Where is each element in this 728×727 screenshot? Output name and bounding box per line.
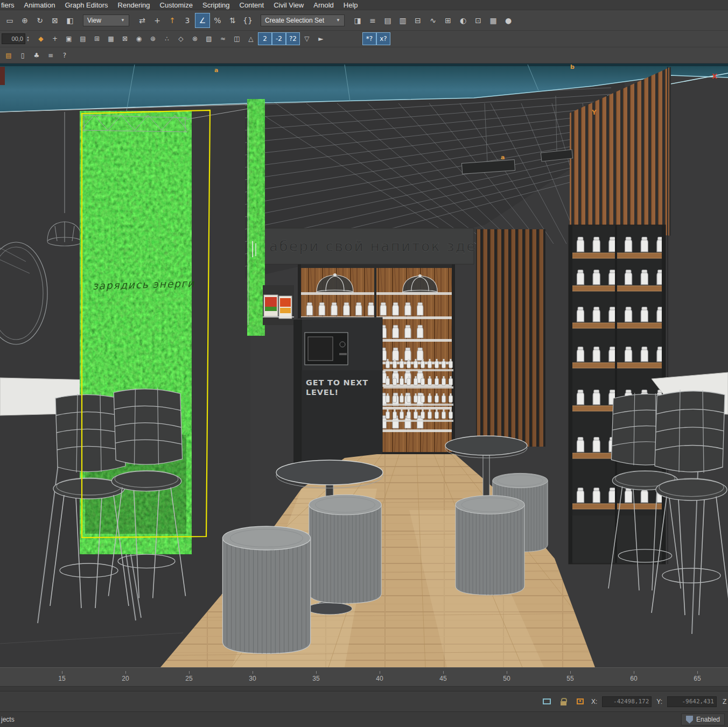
cylinder-stool[interactable]: [309, 495, 381, 603]
spinner-snap-toggle-icon[interactable]: ⇅: [225, 13, 240, 28]
isolate-selection-icon[interactable]: △: [244, 32, 258, 45]
modifier-stack-icon[interactable]: ◆: [34, 32, 48, 45]
smart-select-icon[interactable]: ?2: [286, 32, 300, 45]
menu-item[interactable]: Rendering: [113, 1, 155, 9]
curve-editor-icon[interactable]: ∿: [425, 13, 440, 28]
percent-snap-toggle-icon[interactable]: %: [210, 13, 225, 28]
axis-constraint-icon[interactable]: ▽: [300, 32, 314, 45]
coordsys-dropdown[interactable]: View ▼: [83, 15, 129, 26]
snaps-toggle-3d-icon[interactable]: 3: [180, 13, 195, 28]
xref-icon[interactable]: [575, 696, 586, 707]
timeline-tick[interactable]: 65: [666, 671, 728, 682]
help-icon[interactable]: ?: [58, 49, 72, 62]
selection-brackets-icon[interactable]: [541, 696, 553, 707]
selection-filter-icon[interactable]: ◧: [62, 13, 78, 28]
scene-layers-icon[interactable]: ▤: [2, 49, 16, 62]
layer-explorer-icon[interactable]: ▥: [395, 13, 410, 28]
timeline-tick[interactable]: 50: [475, 671, 538, 682]
rendered-frame-icon[interactable]: ▦: [486, 13, 501, 28]
menu-item[interactable]: Civil View: [269, 1, 309, 9]
x-coordinate-label: X:: [591, 698, 597, 705]
track-bar[interactable]: [0, 686, 728, 691]
spinner-arrows-icon[interactable]: ▲▼: [26, 36, 30, 42]
edit-named-selection-sets-icon[interactable]: {}: [240, 13, 255, 28]
snapshot-icon[interactable]: ⊗: [188, 32, 202, 45]
attach-icon[interactable]: +: [48, 32, 62, 45]
selection-set-dropdown[interactable]: Create Selection Set ▼: [261, 15, 345, 26]
cylinder-stool[interactable]: [222, 526, 310, 654]
z-coordinate-label: Z: [723, 698, 728, 705]
clone-align-icon[interactable]: ◫: [230, 32, 244, 45]
timeline-tick[interactable]: 35: [284, 671, 348, 682]
schematic-view-icon[interactable]: ⊞: [440, 13, 456, 28]
angle-snap-toggle-icon[interactable]: ∠: [195, 13, 210, 28]
menu-item[interactable]: Arnold: [309, 1, 339, 9]
menu-item[interactable]: Animation: [19, 1, 60, 9]
normal-align-icon[interactable]: ▧: [202, 32, 216, 45]
spacing-tool-icon[interactable]: ◇: [174, 32, 188, 45]
pivot-point-center-icon[interactable]: ↑: [165, 13, 180, 28]
macro-recorder-icon[interactable]: *?: [362, 32, 376, 45]
timeline-tick[interactable]: 40: [348, 671, 411, 682]
show-end-result-icon[interactable]: ▤: [76, 32, 90, 45]
moss-strip[interactable]: [248, 110, 264, 325]
scene-explorer-icon[interactable]: ▤: [380, 13, 395, 28]
mirror-icon[interactable]: ◨: [350, 13, 365, 28]
timeline-tick[interactable]: 60: [602, 671, 666, 682]
timeline-tick[interactable]: 25: [157, 671, 221, 682]
axis-x-label: X: [712, 72, 717, 80]
timeline-tick[interactable]: 55: [538, 671, 602, 682]
render-production-icon[interactable]: ●: [501, 13, 516, 28]
menu-item[interactable]: Customize: [155, 1, 198, 9]
array-tool-icon[interactable]: ∴: [160, 32, 174, 45]
render-setup-icon[interactable]: ⊡: [471, 13, 486, 28]
adaptive-degradation-toggle[interactable]: Enabled: [681, 714, 725, 725]
list-view-icon[interactable]: ≡: [44, 49, 58, 62]
make-unique-icon[interactable]: ⊞: [90, 32, 104, 45]
ribbon-toggle-icon[interactable]: ⊟: [410, 13, 425, 28]
main-toolbar: ▭⊕↻⊠◧ View ▼ ⇄+↑3∠%⇅{} Create Selection …: [0, 10, 728, 31]
timeline-tick[interactable]: 20: [94, 671, 157, 682]
cylinder-stool[interactable]: [456, 496, 524, 595]
lock-selection-icon[interactable]: [558, 696, 570, 707]
wood-slat-wall[interactable]: [477, 229, 545, 447]
select-and-move-icon[interactable]: ⊕: [17, 13, 32, 28]
link-info-icon[interactable]: ⊕: [146, 32, 160, 45]
menu-item[interactable]: Scripting: [198, 1, 235, 9]
align-icon[interactable]: ≡: [365, 13, 380, 28]
track-select-icon[interactable]: ►: [314, 32, 328, 45]
listener-icon[interactable]: x?: [376, 32, 390, 45]
select-and-rotate-icon[interactable]: ↻: [32, 13, 47, 28]
menu-item[interactable]: fiers: [0, 1, 19, 9]
material-editor-icon[interactable]: ◐: [456, 13, 471, 28]
menu-item[interactable]: Content: [235, 1, 269, 9]
timeline-tick[interactable]: 15: [30, 671, 94, 682]
select-and-scale-icon[interactable]: ⊠: [47, 13, 62, 28]
numeric-spinner[interactable]: 00,0 ▲▼: [2, 33, 30, 44]
menu-item[interactable]: Help: [339, 1, 363, 9]
enabled-label: Enabled: [696, 716, 720, 723]
viewport-3d[interactable]: абери свой напиток здесь: [0, 63, 728, 667]
timeline[interactable]: 1520253035404550556065: [0, 667, 728, 691]
side-panel-icon[interactable]: ▯: [16, 49, 30, 62]
select-and-manipulate-icon[interactable]: +: [150, 13, 165, 28]
selection-lock-icon[interactable]: 2: [258, 32, 272, 45]
sign-board[interactable]: абери свой напиток здесь: [262, 228, 495, 264]
selection-region-icon[interactable]: ▭: [2, 13, 17, 28]
timeline-tick[interactable]: 30: [221, 671, 284, 682]
hierarchy-pivot-icon[interactable]: ◉: [132, 32, 146, 45]
remove-modifier-icon[interactable]: ▦: [104, 32, 118, 45]
x-coordinate-field[interactable]: -42498,172: [602, 696, 652, 707]
vegetation-icon[interactable]: ♣: [30, 49, 44, 62]
microwave[interactable]: [305, 333, 348, 365]
timeline-tick[interactable]: 45: [411, 671, 475, 682]
soft-selection-icon[interactable]: -2: [272, 32, 286, 45]
pivot-surface-icon[interactable]: ⇄: [135, 13, 150, 28]
configure-modifier-icon[interactable]: ⊠: [118, 32, 132, 45]
menu-item[interactable]: Graph Editors: [60, 1, 113, 9]
y-coordinate-field[interactable]: -9642,431: [667, 696, 717, 707]
pin-stack-icon[interactable]: ▣: [62, 32, 76, 45]
grid-align-icon[interactable]: ≈: [216, 32, 230, 45]
spinner-value[interactable]: 00,0: [2, 33, 25, 44]
product-shelf[interactable]: [263, 285, 294, 325]
